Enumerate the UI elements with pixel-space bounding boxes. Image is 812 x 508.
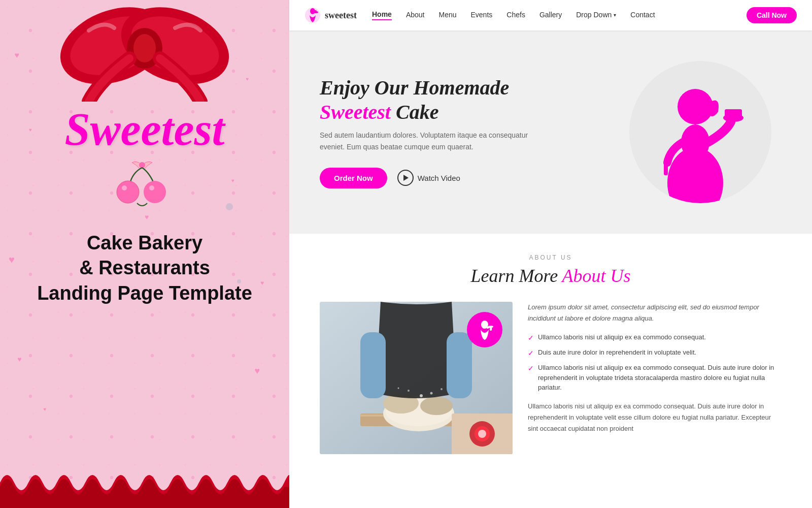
svg-point-6 xyxy=(139,162,145,168)
svg-point-18 xyxy=(678,89,713,124)
tagline-3: Landing Page Template xyxy=(37,281,252,306)
about-right: Lorem ipsum dolor sit amet, consectetur … xyxy=(528,302,782,490)
brand-title: Sweetest xyxy=(65,107,225,152)
svg-point-9 xyxy=(144,181,166,203)
list-item: ✓ Duis aute irure dolor in reprehenderit… xyxy=(528,347,782,359)
logo-text: sweetest xyxy=(325,10,357,21)
svg-point-32 xyxy=(408,390,410,392)
check-icon: ✓ xyxy=(528,333,534,343)
nav-logo[interactable]: sweetest xyxy=(304,7,357,23)
about-logo-overlay xyxy=(467,312,502,347)
svg-point-34 xyxy=(441,388,443,390)
svg-rect-21 xyxy=(664,160,668,175)
hero-description: Sed autem laudantium dolores. Voluptatem… xyxy=(320,130,533,152)
svg-point-10 xyxy=(122,185,127,190)
svg-point-38 xyxy=(488,326,493,328)
svg-point-13 xyxy=(310,8,315,14)
play-triangle-icon xyxy=(403,175,409,181)
about-title: Learn More About Us xyxy=(320,265,782,287)
nav-about[interactable]: About xyxy=(406,11,425,20)
list-item: ✓ Ullamco laboris nisi ut aliquip ex ea … xyxy=(528,363,782,393)
svg-point-33 xyxy=(430,392,433,395)
tagline-2: & Restaurants xyxy=(37,256,252,280)
nav-dropdown[interactable]: Drop Down ▾ xyxy=(576,11,616,20)
nav-contact[interactable]: Contact xyxy=(630,11,655,20)
about-paragraph: Ullamco laboris nisi ut aliquip ex ea co… xyxy=(528,401,782,434)
hero-content: Enjoy Our HomemadeSweetest Cake Sed aute… xyxy=(320,76,533,188)
about-label: ABOUT US xyxy=(320,254,782,261)
chef-illustration xyxy=(629,61,771,203)
svg-point-28 xyxy=(420,397,453,415)
bow-decoration xyxy=(0,0,289,112)
order-now-button[interactable]: Order Now xyxy=(320,168,387,188)
svg-point-31 xyxy=(420,394,423,397)
svg-point-11 xyxy=(149,185,154,190)
check-icon: ✓ xyxy=(528,348,534,359)
chevron-down-icon: ▾ xyxy=(614,12,616,18)
call-now-button[interactable]: Call Now xyxy=(747,7,797,23)
chef-circle xyxy=(629,61,771,203)
left-taglines: Cake Bakery & Restaurants Landing Page T… xyxy=(27,231,262,306)
watch-video-button[interactable]: Watch Video xyxy=(397,170,460,186)
check-icon: ✓ xyxy=(528,363,534,374)
svg-point-5 xyxy=(133,34,156,62)
svg-point-42 xyxy=(478,430,486,438)
nav-events[interactable]: Events xyxy=(471,11,493,20)
svg-point-15 xyxy=(315,10,317,12)
hero-buttons: Order Now Watch Video xyxy=(320,168,533,188)
about-section: ABOUT US Learn More About Us xyxy=(289,234,812,508)
nav-links: Home About Menu Events Chefs Gallery Dro… xyxy=(372,10,747,20)
about-content: Lorem ipsum dolor sit amet, consectetur … xyxy=(320,302,782,490)
list-item: ✓ Ullamco laboris nisi ut aliquip ex ea … xyxy=(528,332,782,343)
bottom-decoration xyxy=(0,467,289,508)
cherry-decoration xyxy=(114,157,175,215)
tagline-1: Cake Bakery xyxy=(37,231,252,256)
svg-rect-29 xyxy=(360,332,386,398)
about-intro: Lorem ipsum dolor sit amet, consectetur … xyxy=(528,302,782,324)
play-icon xyxy=(397,170,414,186)
left-panel: ♥ ♥ ♥ ♥ ♥ ♥ ♥ ♥ ♥ ♥ xyxy=(0,0,289,508)
navbar: sweetest Home About Menu Events Chefs Ga… xyxy=(289,0,812,30)
hero-section: Enjoy Our HomemadeSweetest Cake Sed aute… xyxy=(289,30,812,234)
svg-rect-20 xyxy=(725,109,742,118)
svg-point-35 xyxy=(398,388,399,389)
nav-menu[interactable]: Menu xyxy=(438,11,456,20)
nav-home[interactable]: Home xyxy=(372,10,392,20)
nav-chefs[interactable]: Chefs xyxy=(506,11,525,20)
about-image xyxy=(320,302,513,454)
nav-gallery[interactable]: Gallery xyxy=(539,11,562,20)
hero-title: Enjoy Our HomemadeSweetest Cake xyxy=(320,76,533,124)
svg-rect-30 xyxy=(447,332,472,398)
right-panel: sweetest Home About Menu Events Chefs Ga… xyxy=(289,0,812,508)
about-list: ✓ Ullamco laboris nisi ut aliquip ex ea … xyxy=(528,332,782,393)
